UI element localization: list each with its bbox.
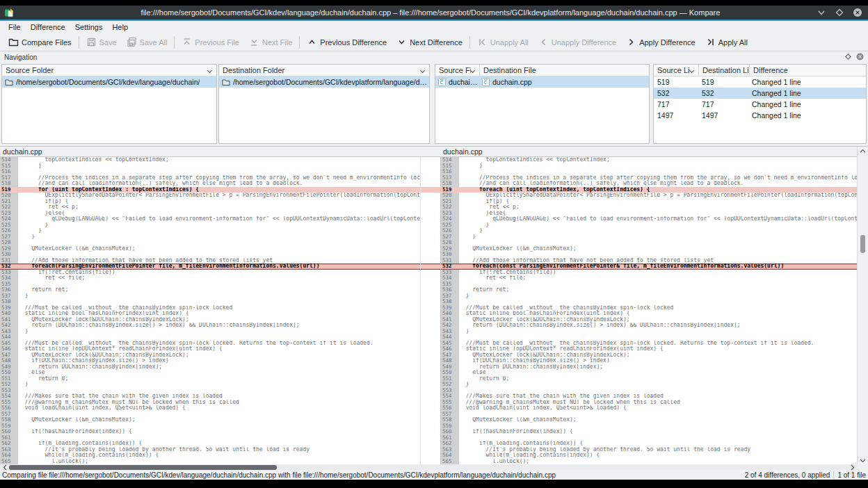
compare-files-button[interactable]: Compare Files xyxy=(3,35,77,49)
apply-all-button[interactable]: Apply All xyxy=(700,35,753,49)
code-line xyxy=(459,282,857,288)
connector-space xyxy=(421,293,440,300)
chevron-down-icon xyxy=(470,67,475,72)
connector-space xyxy=(421,447,440,453)
vertical-scrollbar[interactable] xyxy=(857,147,868,464)
connector-space xyxy=(421,453,440,459)
code-line: l.unlock(); xyxy=(18,459,420,465)
connector-space xyxy=(421,240,440,246)
destination-folder-row[interactable]: /home/sergobot/Documents/GCI/kdevplatfor… xyxy=(219,76,429,88)
code-line: } xyxy=(18,382,420,388)
changed-code-line[interactable]: foreach(const ParsingEnvironmentFilePoin… xyxy=(459,263,857,270)
menu-settings[interactable]: Settings xyxy=(70,21,108,33)
minimize-icon[interactable] xyxy=(817,8,826,17)
save-icon xyxy=(86,37,97,47)
difference-cell: 1497 xyxy=(698,111,748,120)
connector-space xyxy=(421,405,440,412)
chevron-right-icon xyxy=(626,37,636,47)
destination-folder-header[interactable]: Destination Folder xyxy=(219,65,429,76)
source-folder-header[interactable]: Source Folder xyxy=(2,65,216,76)
apply-difference-button[interactable]: Apply Difference xyxy=(621,35,700,49)
difference-row[interactable]: 532532Changed 1 line xyxy=(654,88,866,99)
menu-help[interactable]: Help xyxy=(107,21,133,33)
code-line: else xyxy=(18,370,420,376)
code-line: else xyxy=(459,370,857,376)
connector-space xyxy=(421,429,440,435)
scroll-down-icon[interactable] xyxy=(858,456,868,464)
code-line: if(DUChain::chainsByIndex.size() > index… xyxy=(18,358,420,364)
code-line: QMutexLocker lock(&DUChain::chainsByInde… xyxy=(459,352,857,359)
code-line: qCDebug(LANGUAGE) << "Failed to load env… xyxy=(459,216,857,222)
file-row[interactable]: c duchain.cpp c duchain.cpp xyxy=(435,76,649,88)
code-line: //Add those information that have not be… xyxy=(459,258,857,264)
difference-cell: 717 xyxy=(654,100,698,108)
save-all-icon xyxy=(127,37,137,47)
files-header[interactable]: Source File Destination File xyxy=(435,65,649,76)
unapply-all-button[interactable]: Unapply All xyxy=(472,35,533,49)
go-top-icon xyxy=(182,37,192,47)
difference-row[interactable]: 519519Changed 1 line xyxy=(654,76,866,88)
chevron-down-icon xyxy=(420,67,425,72)
code-line: ///Makes sure that the chain with the gi… xyxy=(18,393,420,400)
code-line: //Process the indices in a separate step… xyxy=(459,175,857,181)
code-line: static inline bool hasChainForIndex(uint… xyxy=(18,311,420,317)
next-file-button[interactable]: Next File xyxy=(244,35,297,49)
changed-code-line[interactable]: foreach (uint topContextIndex, topContex… xyxy=(459,187,857,193)
next-difference-button[interactable]: Next Difference xyxy=(392,35,467,49)
folder-compare-icon xyxy=(8,37,19,47)
unapply-difference-button[interactable]: Unapply Difference xyxy=(533,35,621,49)
save-all-button[interactable]: Save All xyxy=(122,35,172,49)
toolbar: Compare Files Save Save All Previous Fil… xyxy=(0,33,868,51)
code-line: } xyxy=(459,234,857,241)
chevron-down-icon xyxy=(396,37,407,47)
difference-row[interactable]: 717717Changed 1 line xyxy=(654,99,866,110)
difference-row[interactable]: 14971497Changed 1 line xyxy=(654,110,866,121)
menu-difference[interactable]: Difference xyxy=(26,21,70,33)
close-dock-icon[interactable] xyxy=(856,53,864,62)
connector-space xyxy=(421,181,440,187)
code-line: //It's probably being loaded by another … xyxy=(18,447,420,453)
previous-difference-button[interactable]: Previous Difference xyxy=(302,35,392,49)
code-line: ret << p; xyxy=(18,204,420,211)
connector-space xyxy=(421,311,440,317)
code-line: QExplicitlySharedDataPointer< ParsingEnv… xyxy=(18,193,420,199)
previous-file-button[interactable]: Previous File xyxy=(177,35,244,49)
code-line: QMutexLocker lock(&DUChain::chainsByInde… xyxy=(18,317,420,323)
connector-space xyxy=(421,216,440,222)
connector-space xyxy=(421,459,440,465)
code-line xyxy=(18,412,420,418)
changed-code-line[interactable]: for (uint topContextIndex : topContextIn… xyxy=(18,187,420,193)
code-line: qCDebug(LANGUAGE) << "Failed to load env… xyxy=(18,216,420,222)
source-folder-row[interactable]: /home/sergobot/Documents/GCI/kdev/langua… xyxy=(2,76,216,88)
code-line: } xyxy=(459,163,857,170)
connector-space xyxy=(421,334,440,341)
right-pane: 5145155165175185195205215225235245255265… xyxy=(440,157,857,464)
float-dock-icon[interactable] xyxy=(845,54,851,61)
code-line: ///Makes sure that the chain with the gi… xyxy=(459,393,857,400)
code-line: //Process the indices in a separate step… xyxy=(18,175,420,181)
menu-file[interactable]: File xyxy=(3,21,26,33)
horizontal-scrollbar-thumb[interactable] xyxy=(9,465,277,470)
code-line xyxy=(18,423,420,430)
code-line: } xyxy=(18,228,420,234)
code-line: static inline bool hasChainForIndex(uint… xyxy=(459,311,857,317)
changed-code-line[interactable]: foreach(ParsingEnvironmentFilePointer fi… xyxy=(18,263,420,270)
connector-space xyxy=(421,199,440,205)
navigation-dock-title: Navigation xyxy=(4,54,37,61)
code-line: QMutexLocker l(&m_chainsMutex); xyxy=(459,246,857,252)
code-line: QExplicitlySharedDataPointer< ParsingEnv… xyxy=(459,193,857,199)
maximize-icon[interactable] xyxy=(835,8,844,17)
vertical-scrollbar-thumb[interactable] xyxy=(860,235,865,253)
line-number: 565 xyxy=(441,459,459,465)
scroll-up-icon[interactable] xyxy=(858,147,868,155)
chevron-up-icon xyxy=(307,37,317,47)
save-button[interactable]: Save xyxy=(81,35,122,49)
difference-cell: 519 xyxy=(698,78,748,86)
differences-header[interactable]: Source Line Destination Line Difference xyxy=(654,65,866,76)
code-line: if(p) { xyxy=(459,199,857,205)
code-line: } xyxy=(18,329,420,335)
source-folder-path: /home/sergobot/Documents/GCI/kdev/langua… xyxy=(16,78,200,86)
toolbar-separator xyxy=(469,36,470,49)
close-icon[interactable] xyxy=(853,8,862,17)
connector-space xyxy=(421,435,440,441)
